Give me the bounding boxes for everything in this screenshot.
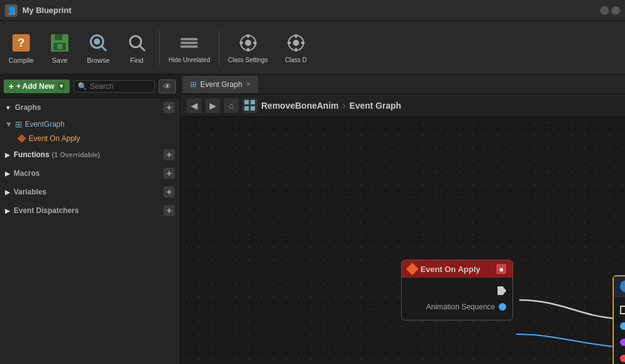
macros-add-button[interactable]: + xyxy=(164,168,175,179)
function-icon: f xyxy=(620,280,625,293)
anim-seq-in-pin[interactable] xyxy=(620,322,625,330)
graph-canvas[interactable]: Event On Apply ■ Animation Sequence xyxy=(180,117,625,364)
bone-name-pin[interactable] xyxy=(620,339,625,346)
browse-button[interactable]: Browse xyxy=(80,24,117,72)
svg-point-7 xyxy=(94,39,100,45)
svg-rect-17 xyxy=(247,48,249,52)
left-panel: + + Add New ▾ 🔍 👁 ▼ Graphs + ▼ ⊞ EventGr… xyxy=(0,75,180,364)
event-on-apply-item[interactable]: Event On Apply xyxy=(0,132,180,145)
event-dispatchers-section-header[interactable]: ▶ Event Dispatchers + xyxy=(0,201,180,220)
event-graph-grid-icon: ⊞ xyxy=(15,119,22,129)
svg-rect-18 xyxy=(239,42,243,44)
search-input[interactable] xyxy=(90,82,150,91)
left-panel-top: + + Add New ▾ 🔍 👁 xyxy=(0,75,180,98)
graphs-arrow-icon: ▼ xyxy=(5,104,11,111)
graphs-add-button[interactable]: + xyxy=(164,102,175,113)
macros-section-header[interactable]: ▶ Macros + xyxy=(0,164,180,183)
find-button[interactable]: Find xyxy=(118,24,155,72)
variables-arrow-icon: ▶ xyxy=(5,189,10,196)
dispatchers-arrow-icon: ▶ xyxy=(5,207,10,214)
window-title: My Blueprint xyxy=(22,6,72,15)
breadcrumb-event-graph: Event Graph xyxy=(350,101,401,111)
forward-button[interactable]: ▶ xyxy=(205,98,220,113)
main-layout: + + Add New ▾ 🔍 👁 ▼ Graphs + ▼ ⊞ EventGr… xyxy=(0,75,625,364)
svg-point-9 xyxy=(130,36,141,47)
functions-add-button[interactable]: + xyxy=(164,149,175,160)
class-settings-button[interactable]: Class Settings xyxy=(223,24,273,72)
maximize-button[interactable] xyxy=(611,6,620,15)
tab-grid-icon: ⊞ xyxy=(190,80,197,89)
event-on-apply-body: Animation Sequence xyxy=(402,278,512,320)
visibility-button[interactable]: 👁 xyxy=(159,80,176,93)
event-diamond-icon xyxy=(406,263,419,275)
svg-line-8 xyxy=(101,46,106,51)
node-close-button[interactable]: ■ xyxy=(496,264,506,274)
find-icon xyxy=(126,32,148,54)
remove-bone-body: Animation Sequence Bone Name Include Chi… xyxy=(614,297,625,364)
class-defaults-button[interactable]: Class D xyxy=(274,24,318,72)
anim-sequence-out-pin[interactable] xyxy=(499,303,506,311)
svg-rect-25 xyxy=(301,42,305,44)
minimize-button[interactable] xyxy=(600,6,609,15)
tab-close-button[interactable]: ✕ xyxy=(246,81,251,88)
remove-anim-seq-row: Animation Sequence xyxy=(614,318,625,334)
search-box[interactable]: 🔍 xyxy=(73,80,155,93)
breadcrumb-separator-icon: › xyxy=(342,100,345,111)
plus-icon: + xyxy=(9,81,14,91)
hide-unrelated-button[interactable]: Hide Unrelated xyxy=(164,24,215,72)
window-controls xyxy=(600,6,620,15)
event-graph-header[interactable]: ▼ ⊞ EventGraph xyxy=(0,117,180,132)
toolbar-separator xyxy=(159,29,160,66)
home-button[interactable]: ⌂ xyxy=(224,98,239,113)
event-graph-label: EventGraph xyxy=(25,120,65,129)
home-icon: ⌂ xyxy=(229,101,234,111)
functions-section-header[interactable]: ▶ Functions (1 Overridable) + xyxy=(0,145,180,164)
event-graph-tab[interactable]: ⊞ Event Graph ✕ xyxy=(183,76,258,93)
event-on-apply-node[interactable]: Event On Apply ■ Animation Sequence xyxy=(401,260,513,321)
save-button[interactable]: Save xyxy=(41,24,78,72)
save-icon xyxy=(49,32,71,54)
grid-nav-button[interactable] xyxy=(243,98,257,113)
graphs-section-header[interactable]: ▼ Graphs + xyxy=(0,98,180,117)
svg-rect-22 xyxy=(295,34,297,38)
app-icon: 📘 xyxy=(5,4,17,17)
compile-button[interactable]: ? Compile xyxy=(2,24,40,72)
variables-section-header[interactable]: ▶ Variables + xyxy=(0,183,180,201)
anim-sequence-row: Animation Sequence xyxy=(402,299,512,315)
toolbar-separator-2 xyxy=(219,29,220,66)
exec-out-pin[interactable] xyxy=(498,286,506,295)
event-on-apply-diamond-icon xyxy=(17,134,26,143)
bone-name-row: Bone Name xyxy=(614,334,625,350)
connections-svg xyxy=(180,117,625,364)
dropdown-arrow-icon[interactable]: ▾ xyxy=(58,83,65,89)
class-settings-icon xyxy=(237,32,259,54)
svg-line-10 xyxy=(140,46,145,51)
right-panel: ⊞ Event Graph ✕ ◀ ▶ ⌂ RemoveBoneAnim › xyxy=(180,75,625,364)
tab-bar: ⊞ Event Graph ✕ xyxy=(180,75,625,94)
back-icon: ◀ xyxy=(191,101,198,111)
breadcrumb-remove-bone: RemoveBoneAnim xyxy=(261,101,338,111)
remove-bone-header: f Remove Bone Animation xyxy=(614,276,625,297)
svg-rect-13 xyxy=(180,45,198,48)
exec-in-pin[interactable] xyxy=(620,306,625,314)
top-toolbar: ? Compile Save Browse xyxy=(0,21,625,75)
event-on-apply-header: Event On Apply ■ xyxy=(402,260,512,278)
svg-rect-23 xyxy=(295,48,297,52)
macros-arrow-icon: ▶ xyxy=(5,170,10,177)
svg-rect-3 xyxy=(55,34,62,40)
variables-add-button[interactable]: + xyxy=(164,186,175,198)
add-new-button[interactable]: + + Add New ▾ xyxy=(4,80,70,93)
svg-rect-11 xyxy=(180,38,198,40)
back-button[interactable]: ◀ xyxy=(187,98,201,113)
search-icon: 🔍 xyxy=(78,82,87,91)
svg-text:?: ? xyxy=(18,37,25,49)
svg-rect-19 xyxy=(253,42,257,44)
remove-exec-row xyxy=(614,302,625,318)
svg-rect-16 xyxy=(247,34,249,38)
hide-unrelated-icon xyxy=(178,32,200,54)
dispatchers-add-button[interactable]: + xyxy=(164,205,175,216)
functions-arrow-icon: ▶ xyxy=(5,152,10,158)
remove-bone-animation-node[interactable]: f Remove Bone Animation Animation Sequen… xyxy=(613,275,625,364)
svg-rect-5 xyxy=(57,44,62,49)
include-children-pin[interactable] xyxy=(620,355,625,362)
